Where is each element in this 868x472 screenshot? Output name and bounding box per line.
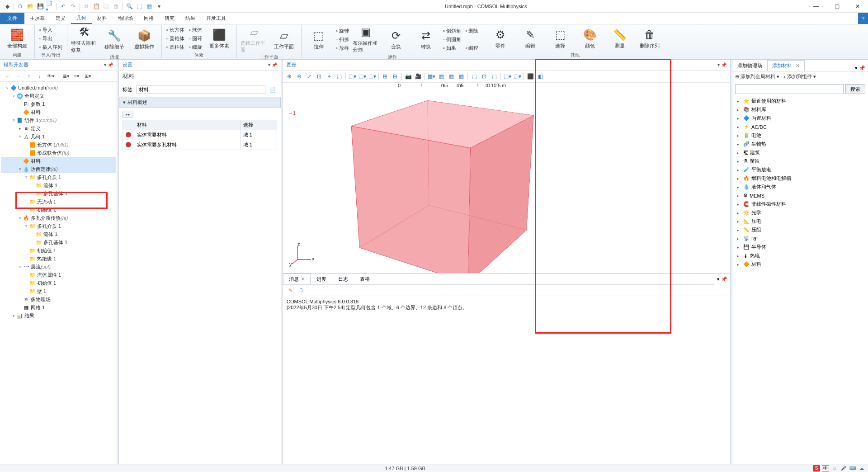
tab-add-physics[interactable]: 添加物理场 [732,60,767,71]
tree-node-参数 1[interactable]: Pᵢ参数 1 [1,100,116,108]
tree-node-壁 1[interactable]: 📁壁 1 [1,287,116,295]
qat-layout-icon[interactable]: ▦ [145,2,154,11]
panel-pin-icon[interactable]: ▾ 📌 [104,62,113,67]
tree-node-多孔介质传热[interactable]: ▿🔥多孔介质传热 (ht) [1,214,116,222]
msgs-tab-进度[interactable]: 进度 [311,274,332,284]
tree-node-热绝缘 1[interactable]: 📁热绝缘 1 [1,255,116,263]
ribbon-扫掠[interactable]: ▫扫掠 [335,35,350,43]
tree-node-多孔基体 1[interactable]: 📁多孔基体 1 [1,189,116,198]
tree-expand-icon[interactable]: ≣▾ [61,72,71,80]
matlib-MEMS[interactable]: ▸⚙MEMS [734,191,866,200]
qat-more-icon[interactable]: ▾ [155,2,164,11]
menu-tab-1[interactable]: 定义 [50,13,71,24]
tree-show-icon[interactable]: 👁▾ [46,72,55,80]
matlib-光学[interactable]: ▸🔆光学 [734,208,866,217]
tree-node-几何 1[interactable]: ▿△几何 1 [1,132,116,141]
gfx-toolbar-icon[interactable]: ▦ [457,72,466,81]
tree-node-达西定律[interactable]: ▿💧达西定律 (dl) [1,165,116,173]
msgs-clear-icon[interactable]: ✎ [286,286,295,294]
ribbon-测量[interactable]: 📏测量 [606,28,633,49]
qat-select-icon[interactable]: ⬚ [135,2,144,11]
ribbon-选择[interactable]: ⬚选择 [547,28,574,49]
matlib-生物热[interactable]: ▸🧬生物热 [734,140,866,148]
matlib-材料[interactable]: ▸🔶材料 [734,260,866,269]
graphics-pin-icon[interactable]: ▾ 📌 [717,62,726,67]
tree-node-材料[interactable]: 🔶材料 [1,108,116,116]
add-global-dropdown[interactable]: ⊕ 添加到全局材料 ▾ [735,73,779,80]
tray-cloud-icon[interactable]: ☁ [858,465,865,472]
ribbon-拉伸[interactable]: ⬚拉伸 [305,29,332,50]
gfx-toolbar-icon[interactable]: ⬚▾ [358,72,367,81]
gfx-toolbar-icon[interactable]: ⬚ [335,72,344,81]
ribbon-圆柱体[interactable]: ▫圆柱体 [165,43,185,51]
gfx-toolbar-icon[interactable]: ⬚▾ [348,72,357,81]
tree-node-材料[interactable]: 🔶材料 [1,157,116,165]
label-edit-icon[interactable]: 📄 [268,85,277,94]
tree-node-初始值 1[interactable]: 📁初始值 1 [1,246,116,255]
gfx-toolbar-icon[interactable]: ⬚▾ [513,72,522,81]
ribbon-移除细节[interactable]: 🔧移除细节 [101,29,128,50]
tree-node-长方体 1[interactable]: 🟧长方体 1 (blk1) [1,141,116,149]
msgs-log-icon[interactable]: 🗒 [297,286,306,294]
qat-new-icon[interactable]: 🗋 [16,2,25,11]
menu-tab-6[interactable]: 研究 [159,13,180,24]
ribbon-特征去除和修复[interactable]: 🛠特征去除和修复 [71,25,98,53]
ime-badge[interactable]: S [813,465,820,472]
tree-node-多孔介质 1[interactable]: ▿📁多孔介质 1 [1,222,116,230]
gfx-toolbar-icon[interactable]: ▦ [437,72,446,81]
gfx-toolbar-icon[interactable]: ⬛ [526,72,535,81]
ribbon-编辑[interactable]: ✎编辑 [517,28,544,49]
tree-back-icon[interactable]: ← [3,72,12,80]
gfx-toolbar-icon[interactable]: ⬚▾ [503,72,512,81]
menu-tab-4[interactable]: 物理场 [113,13,138,24]
menu-tab-0[interactable]: 主屏幕 [24,13,50,24]
matlib-电池[interactable]: ▸🔋电池 [734,131,866,140]
ribbon-导出[interactable]: ▫导出 [38,34,63,42]
ribbon-旋转[interactable]: ▫旋转 [335,27,350,35]
minimize-button[interactable]: — [806,0,826,13]
matlib-压阻[interactable]: ▸📏压阻 [734,226,866,234]
matlib-平衡放电[interactable]: ▸🧪平衡放电 [734,165,866,174]
gfx-toolbar-icon[interactable]: ▦▾ [427,72,436,81]
ribbon-虚拟操作[interactable]: 📦虚拟操作 [131,29,158,50]
ribbon-插入序列[interactable]: ▫插入序列 [38,43,63,51]
tree-node-多孔介质 1[interactable]: ▿📁多孔介质 1 [1,173,116,181]
close-button[interactable]: ✕ [847,0,868,13]
addmat-pin-icon[interactable]: ▾ 📌 [852,65,868,71]
ribbon-变换[interactable]: ⟳变换 [382,29,410,50]
tree-node-流体属性 1[interactable]: 📁流体属性 1 [1,271,116,279]
tree-fwd-icon[interactable]: → [14,72,23,80]
gfx-toolbar-icon[interactable]: ⊕ [285,72,294,81]
gfx-toolbar-icon[interactable]: ⬚▾ [368,72,377,81]
tree-node-层流[interactable]: ▿〰层流 (spf) [1,263,116,271]
gfx-toolbar-icon[interactable]: ▦ [447,72,456,81]
ribbon-颜色[interactable]: 🎨颜色 [576,28,604,49]
tree-node-初始值 1[interactable]: 📁初始值 1 [1,206,116,214]
ribbon-放样[interactable]: ▫放样 [335,44,350,52]
gfx-toolbar-icon[interactable]: ⊡ [480,72,489,81]
ribbon-转换[interactable]: ⇄转换 [412,29,439,50]
matlib-建筑[interactable]: ▸🏗建筑 [734,148,866,157]
tree-up-icon[interactable]: ↑ [24,72,33,80]
menu-tab-7[interactable]: 结果 [180,13,201,24]
ribbon-圆锥体[interactable]: ▫圆锥体 [165,34,185,42]
menu-tab-3[interactable]: 材料 [92,13,113,24]
gfx-toolbar-icon[interactable]: 🎥 [414,72,423,81]
tree-filter-icon[interactable]: ⊞▾ [83,72,92,80]
ribbon-全部构建[interactable]: 🧱全部构建 [4,28,31,49]
tree-node-形成联合体[interactable]: 🟧形成联合体 (fp) [1,149,116,157]
tree-node-定义[interactable]: ▸≡定义 [1,124,116,132]
qat-savecopy-icon[interactable]: 📑▾ [46,2,55,11]
ribbon-更多体素[interactable]: ⬛更多体素 [206,28,233,49]
label-field-input[interactable] [137,85,265,94]
ribbon-倒圆角[interactable]: ▫倒圆角 [442,35,462,43]
ribbon-删除[interactable]: ▫删除 [465,27,480,35]
ribbon-长方体[interactable]: ▫长方体 [165,26,185,34]
ribbon-螺旋[interactable]: ▫螺旋 [188,43,203,51]
ribbon-零件[interactable]: ⚙零件 [487,28,514,49]
qat-save-icon[interactable]: 💾 [36,2,45,11]
tree-node-无流动 1[interactable]: 📁无流动 1 [1,198,116,206]
gfx-toolbar-icon[interactable]: ⊖ [295,72,304,81]
tray-smile-icon[interactable]: ☺ [831,465,838,472]
matlib-材料库[interactable]: ▸📚材料库 [734,105,866,114]
